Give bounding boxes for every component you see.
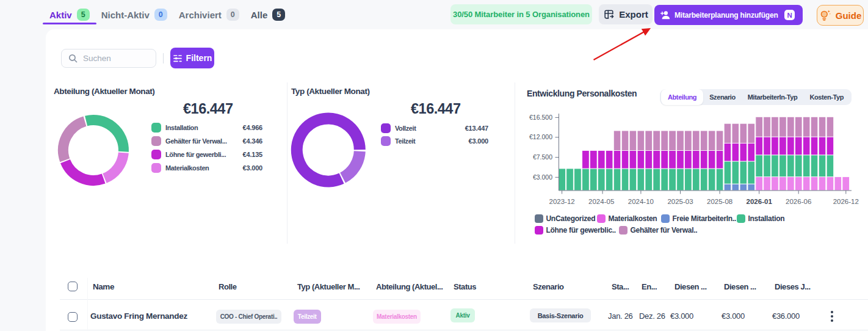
svg-text:€3.000: €3.000	[533, 173, 552, 181]
svg-text:€16.500: €16.500	[529, 114, 552, 121]
svg-text:2023-12: 2023-12	[549, 198, 574, 205]
svg-text:2025-08: 2025-08	[707, 198, 732, 205]
svg-text:2025-03: 2025-03	[667, 198, 693, 205]
svg-text:2026-12: 2026-12	[833, 198, 859, 205]
svg-text:€7.500: €7.500	[533, 153, 552, 161]
svg-text:2024-05: 2024-05	[588, 198, 614, 205]
svg-text:2026-06: 2026-06	[786, 198, 811, 205]
svg-text:€12.000: €12.000	[529, 133, 552, 140]
svg-text:2024-10: 2024-10	[628, 198, 654, 205]
svg-text:2026-01: 2026-01	[747, 198, 773, 205]
